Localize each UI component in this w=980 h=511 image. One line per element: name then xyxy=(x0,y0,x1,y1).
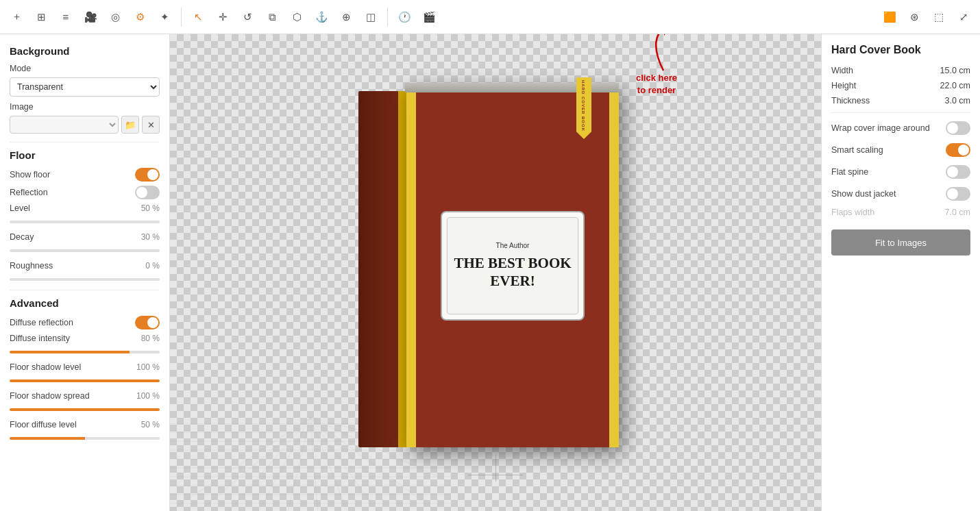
time-button[interactable]: 🕐 xyxy=(393,6,415,28)
fullscreen-button[interactable]: ⤢ xyxy=(953,6,975,28)
smart-scaling-toggle[interactable] xyxy=(946,143,970,157)
background-section-title: Background xyxy=(10,45,160,57)
nodes-button[interactable]: ⬡ xyxy=(286,6,308,28)
menu-icon: ≡ xyxy=(63,11,69,23)
width-row: Width 15.0 cm xyxy=(831,66,970,75)
mode-select[interactable]: Transparent xyxy=(10,77,160,97)
roughness-slider[interactable] xyxy=(10,278,160,281)
label-author: The Author xyxy=(496,242,530,249)
show-floor-toggle[interactable] xyxy=(135,168,160,182)
floor-shadow-spread-container: Floor shadow spread 100 % xyxy=(10,391,160,413)
camera-button[interactable]: 🎥 xyxy=(79,6,101,28)
pivot-button[interactable]: ⊕ xyxy=(335,6,357,28)
floor-shadow-level-slider[interactable] xyxy=(10,379,160,382)
separator-2 xyxy=(387,8,388,27)
book-label: The Author THE BEST BOOK EVER! xyxy=(441,211,585,321)
decay-slider[interactable] xyxy=(10,249,160,252)
mode-row: Mode xyxy=(10,64,160,73)
show-dust-jacket-toggle[interactable] xyxy=(946,187,970,201)
bookmark-text: HARD COVER BOOK xyxy=(576,77,585,132)
diffuse-intensity-slider[interactable] xyxy=(10,351,160,353)
cube-icon: 🟧 xyxy=(883,11,896,23)
render-arrow-svg xyxy=(629,34,684,77)
nodes-icon: ⬡ xyxy=(293,11,302,23)
record-icon: 🎬 xyxy=(423,11,436,23)
flat-spine-toggle[interactable] xyxy=(946,165,970,179)
window-button[interactable]: ⬚ xyxy=(928,6,950,28)
smart-scaling-row: Smart scaling xyxy=(831,142,970,158)
show-dust-jacket-label: Show dust jacket xyxy=(831,189,896,199)
record-button[interactable]: 🎬 xyxy=(418,6,440,28)
menu-button[interactable]: ≡ xyxy=(55,6,77,28)
reflection-label: Reflection xyxy=(10,188,48,197)
rotate-button[interactable]: ↺ xyxy=(236,6,258,28)
smart-scaling-label: Smart scaling xyxy=(831,145,883,155)
bookmark: HARD COVER BOOK xyxy=(576,77,591,139)
image-label: Image xyxy=(10,102,34,112)
image-clear-button[interactable]: ✕ xyxy=(142,116,160,134)
move-button[interactable]: ✛ xyxy=(212,6,234,28)
sun-button[interactable]: ✦ xyxy=(154,6,175,28)
reflection-toggle[interactable] xyxy=(135,186,160,199)
diffuse-reflection-toggle[interactable] xyxy=(135,316,160,329)
floor-section-title: Floor xyxy=(10,149,160,161)
floor-diffuse-level-value: 50 % xyxy=(141,420,160,429)
left-panel: Background Mode Transparent Image 📁 ✕ Fl… xyxy=(0,34,170,511)
target-button[interactable]: ◎ xyxy=(104,6,126,28)
svg-line-13 xyxy=(258,418,310,511)
canvas-area[interactable]: HARD COVER BOOK The Author THE BEST BOOK… xyxy=(170,34,821,511)
image-select[interactable] xyxy=(10,116,119,134)
svg-line-14 xyxy=(288,418,310,511)
floor-shadow-spread-slider[interactable] xyxy=(10,408,160,411)
mask-button[interactable]: ◫ xyxy=(360,6,382,28)
decay-slider-container: Decay 30 % xyxy=(10,232,160,254)
diffuse-reflection-label: Diffuse reflection xyxy=(10,318,73,327)
fit-to-images-button[interactable]: Fit to Images xyxy=(831,229,970,256)
floor-diffuse-level-slider[interactable] xyxy=(10,437,160,440)
cube-button[interactable]: 🟧 xyxy=(879,6,901,28)
show-floor-label: Show floor xyxy=(10,170,50,179)
spine-strip xyxy=(398,91,406,447)
flaps-width-label: Flaps width xyxy=(831,208,874,217)
flat-spine-label: Flat spine xyxy=(831,167,868,177)
divider-1 xyxy=(10,142,160,142)
globe-button[interactable]: ⊛ xyxy=(903,6,925,28)
front-strip-right xyxy=(609,84,619,447)
fullscreen-icon: ⤢ xyxy=(959,11,968,23)
show-dust-jacket-row: Show dust jacket xyxy=(831,186,970,202)
label-title: THE BEST BOOK EVER! xyxy=(443,255,582,289)
separator-1 xyxy=(181,8,182,27)
cursor-button[interactable]: ↖ xyxy=(187,6,209,28)
settings-button[interactable]: ⚙ xyxy=(129,6,151,28)
diffuse-intensity-value: 80 % xyxy=(141,334,160,343)
level-value: 50 % xyxy=(141,203,160,213)
grid-icon: ⊞ xyxy=(37,11,46,23)
window-icon: ⬚ xyxy=(934,11,944,23)
level-slider-row: Level 50 % xyxy=(10,203,160,213)
rotate-icon: ↺ xyxy=(243,11,252,23)
floor-diffuse-level-row: Floor diffuse level 50 % xyxy=(10,420,160,429)
add-button[interactable]: ＋ xyxy=(5,6,27,28)
svg-line-12 xyxy=(229,418,310,511)
grid-button[interactable]: ⊞ xyxy=(30,6,52,28)
advanced-section-title: Advanced xyxy=(10,297,160,309)
sun-icon: ✦ xyxy=(160,11,169,23)
title-line2: EVER! xyxy=(490,273,535,289)
wrap-cover-toggle[interactable] xyxy=(946,121,970,135)
anchor-button[interactable]: ⚓ xyxy=(310,6,332,28)
diffuse-intensity-label: Diffuse intensity xyxy=(10,334,70,343)
crop-button[interactable]: ⧉ xyxy=(261,6,283,28)
main-area: Background Mode Transparent Image 📁 ✕ Fl… xyxy=(0,34,980,511)
show-floor-row: Show floor xyxy=(10,168,160,182)
level-slider[interactable] xyxy=(10,221,160,223)
add-icon: ＋ xyxy=(12,10,22,23)
time-icon: 🕐 xyxy=(398,11,411,23)
bookmark-container: HARD COVER BOOK xyxy=(576,77,591,139)
bottom-line-h xyxy=(468,475,524,475)
image-folder-button[interactable]: 📁 xyxy=(121,116,139,134)
bottom-line-v xyxy=(495,454,496,482)
right-divider-1 xyxy=(831,112,970,113)
diffuse-intensity-slider-container: Diffuse intensity 80 % xyxy=(10,334,160,356)
decay-label: Decay xyxy=(10,232,34,242)
roughness-slider-row: Roughness 0 % xyxy=(10,261,160,271)
